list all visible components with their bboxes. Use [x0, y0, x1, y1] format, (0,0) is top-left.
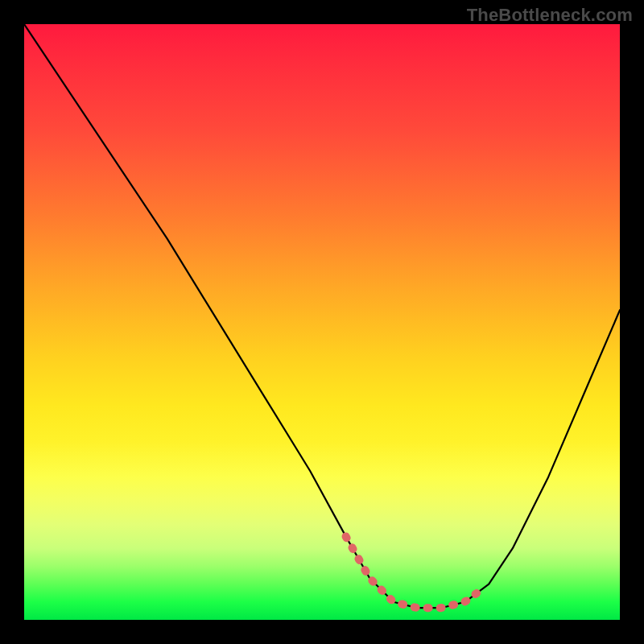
watermark-text: TheBottleneck.com	[467, 5, 633, 26]
optimal-range-markers	[346, 536, 477, 608]
bottleneck-curve	[24, 24, 620, 608]
chart-frame	[24, 24, 620, 620]
chart-svg	[24, 24, 620, 620]
